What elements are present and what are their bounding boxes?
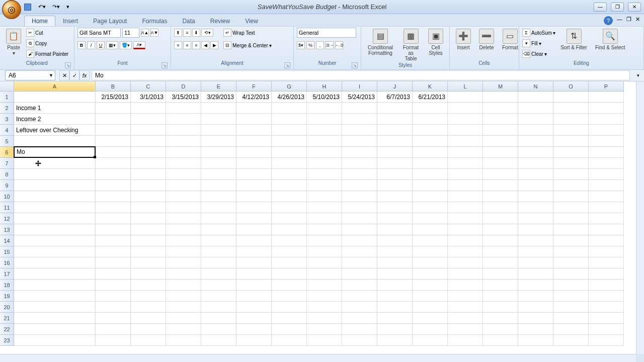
cell[interactable]: [14, 136, 96, 147]
cell[interactable]: [131, 213, 166, 224]
cell[interactable]: [201, 224, 236, 235]
cell[interactable]: [377, 103, 413, 114]
cell[interactable]: [377, 213, 413, 224]
cell[interactable]: [166, 335, 201, 346]
decrease-indent-icon[interactable]: ◀: [201, 41, 209, 49]
cell[interactable]: [342, 147, 377, 158]
cell[interactable]: Income 1: [14, 103, 96, 114]
cell[interactable]: [413, 224, 448, 235]
cell[interactable]: [272, 114, 307, 125]
cell[interactable]: [342, 335, 377, 346]
cell[interactable]: [201, 180, 236, 191]
dialog-launcher-icon[interactable]: ↘: [352, 62, 358, 68]
column-header[interactable]: F: [236, 81, 272, 92]
row-header[interactable]: 11: [0, 202, 14, 213]
cell[interactable]: [96, 313, 131, 324]
cell[interactable]: [96, 213, 131, 224]
cell[interactable]: [483, 147, 518, 158]
cell[interactable]: [342, 224, 377, 235]
dialog-launcher-icon[interactable]: ↘: [65, 62, 71, 68]
cell[interactable]: [201, 246, 236, 257]
cell[interactable]: [131, 302, 166, 313]
cell[interactable]: [236, 114, 272, 125]
cell[interactable]: [553, 235, 589, 246]
dialog-launcher-icon[interactable]: ↘: [284, 62, 290, 68]
cell[interactable]: [483, 125, 518, 136]
row-header[interactable]: 18: [0, 280, 14, 291]
name-box[interactable]: A6▼: [5, 70, 55, 80]
cell[interactable]: [131, 257, 166, 268]
row-header[interactable]: 21: [0, 313, 14, 324]
formula-input[interactable]: Mo: [92, 70, 630, 80]
cell[interactable]: [553, 114, 589, 125]
cell[interactable]: [96, 246, 131, 257]
column-header[interactable]: J: [377, 81, 413, 92]
cell[interactable]: [272, 257, 307, 268]
column-header[interactable]: P: [589, 81, 624, 92]
select-all-button[interactable]: [0, 81, 14, 92]
cell[interactable]: [377, 268, 413, 280]
column-header[interactable]: K: [413, 81, 448, 92]
bold-button[interactable]: B: [77, 41, 86, 49]
copy-button[interactable]: ⧉Copy: [26, 38, 68, 48]
cell[interactable]: [96, 268, 131, 280]
tab-formulas[interactable]: Formulas: [134, 16, 175, 26]
cell[interactable]: [201, 147, 236, 158]
cell[interactable]: [236, 235, 272, 246]
merge-center-button[interactable]: ⊟Merge & Center ▾: [223, 40, 272, 50]
align-left-icon[interactable]: ≡: [174, 41, 182, 49]
cell[interactable]: [518, 136, 553, 147]
cell[interactable]: [166, 158, 201, 169]
orientation-icon[interactable]: ⟲▾: [201, 29, 213, 37]
cell[interactable]: [553, 224, 589, 235]
cell[interactable]: [166, 213, 201, 224]
cell[interactable]: [589, 224, 624, 235]
row-header[interactable]: 23: [0, 335, 14, 346]
qat-customize-icon[interactable]: ▾: [66, 4, 73, 11]
cell[interactable]: [413, 136, 448, 147]
cell[interactable]: [448, 335, 483, 346]
undo-icon[interactable]: ↶▾: [38, 4, 45, 11]
cell[interactable]: [272, 335, 307, 346]
row-header[interactable]: 16: [0, 257, 14, 268]
cell[interactable]: [342, 313, 377, 324]
cell[interactable]: [518, 302, 553, 313]
cell[interactable]: [377, 257, 413, 268]
cell[interactable]: [553, 302, 589, 313]
cell[interactable]: [96, 257, 131, 268]
row-header[interactable]: 7: [0, 158, 14, 169]
cell[interactable]: [307, 180, 342, 191]
cell[interactable]: [201, 302, 236, 313]
cell[interactable]: [342, 191, 377, 202]
cell[interactable]: [96, 103, 131, 114]
column-header[interactable]: A: [14, 81, 96, 92]
cell[interactable]: [236, 125, 272, 136]
percent-icon[interactable]: %: [306, 41, 314, 49]
cell[interactable]: [518, 257, 553, 268]
cell[interactable]: [96, 324, 131, 335]
cell[interactable]: [518, 114, 553, 125]
expand-formula-icon[interactable]: ▾: [637, 73, 644, 78]
cell[interactable]: [307, 191, 342, 202]
cell[interactable]: [131, 158, 166, 169]
cell[interactable]: [518, 191, 553, 202]
column-header[interactable]: C: [131, 81, 166, 92]
column-header[interactable]: E: [201, 81, 236, 92]
cell[interactable]: [448, 280, 483, 291]
cell[interactable]: [553, 202, 589, 213]
cell[interactable]: [201, 103, 236, 114]
save-icon[interactable]: [24, 4, 31, 11]
cell[interactable]: [589, 92, 624, 103]
cell[interactable]: [589, 202, 624, 213]
cell[interactable]: [272, 202, 307, 213]
cell[interactable]: [342, 114, 377, 125]
cell[interactable]: [307, 125, 342, 136]
cell[interactable]: [131, 103, 166, 114]
cell[interactable]: [307, 280, 342, 291]
cell[interactable]: [14, 213, 96, 224]
cell[interactable]: [589, 136, 624, 147]
cell[interactable]: [236, 147, 272, 158]
cell[interactable]: [131, 114, 166, 125]
cell[interactable]: [483, 202, 518, 213]
cell[interactable]: [413, 246, 448, 257]
